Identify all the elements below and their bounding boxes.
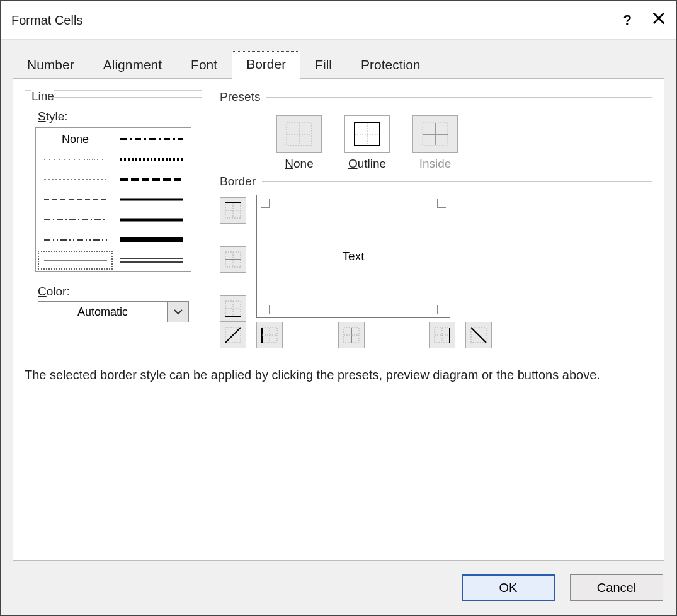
style-dotted-fine[interactable] (38, 150, 113, 169)
border-diagonal-down-button[interactable] (465, 322, 492, 348)
style-none[interactable]: None (38, 130, 113, 149)
help-button[interactable]: ? (623, 12, 632, 28)
tab-number[interactable]: Number (13, 52, 89, 79)
dialog-title: Format Cells (11, 13, 82, 28)
color-select[interactable]: Automatic (38, 301, 168, 322)
tab-strip: Number Alignment Font Border Fill Protec… (1, 40, 676, 79)
border-header: Border (220, 174, 652, 188)
preset-outline: Outline (344, 115, 390, 171)
line-group-label: Line (31, 89, 54, 103)
border-bottom-buttons (220, 322, 652, 348)
preview-text: Text (343, 249, 365, 263)
close-button[interactable] (652, 11, 666, 29)
border-tab-panel: Line Style: None (13, 78, 664, 561)
style-extra-thick[interactable] (114, 231, 189, 249)
style-thin[interactable] (38, 251, 113, 270)
border-side-buttons (220, 197, 246, 322)
corner-icon (437, 305, 446, 314)
color-dropdown-button[interactable] (168, 301, 189, 322)
line-group: Line Style: None (25, 90, 202, 348)
hint-text: The selected border style can be applied… (25, 366, 652, 384)
cancel-button[interactable]: Cancel (570, 574, 663, 601)
tab-font[interactable]: Font (176, 52, 232, 79)
border-vertical-middle-button[interactable] (338, 322, 365, 348)
color-value: Automatic (77, 305, 128, 319)
preset-inside-button[interactable] (412, 115, 458, 153)
svg-line-48 (471, 328, 486, 343)
preset-outline-button[interactable] (344, 115, 390, 153)
color-label: Color: (38, 285, 195, 299)
presets-row: None Outline (276, 115, 652, 171)
line-style-list[interactable]: None (35, 127, 191, 272)
style-dash-dot-heavy[interactable] (114, 130, 189, 149)
tab-border[interactable]: Border (232, 51, 300, 79)
style-dash-heavy[interactable] (114, 150, 189, 169)
style-dashed[interactable] (38, 190, 113, 209)
tab-alignment[interactable]: Alignment (89, 52, 176, 79)
border-group-label: Border (220, 174, 256, 188)
presets-group-label: Presets (220, 90, 260, 104)
titlebar-controls: ? (623, 11, 666, 29)
style-dash-dot-dot[interactable] (38, 231, 113, 249)
style-double[interactable] (114, 251, 189, 270)
border-diagonal-up-button[interactable] (220, 322, 246, 348)
border-area: Text (220, 195, 652, 322)
presets-header: Presets (220, 90, 652, 104)
titlebar: Format Cells ? (1, 1, 676, 39)
tab-protection[interactable]: Protection (346, 52, 435, 79)
corner-icon (261, 305, 270, 314)
border-top-button[interactable] (220, 197, 246, 224)
style-dotted[interactable] (38, 170, 113, 189)
border-bottom-button[interactable] (220, 295, 246, 322)
style-medium[interactable] (114, 190, 189, 209)
svg-line-35 (225, 328, 241, 343)
tab-fill[interactable]: Fill (300, 52, 346, 79)
style-thick[interactable] (114, 210, 189, 229)
style-label: Style: (38, 110, 195, 123)
preset-none: None (276, 115, 322, 171)
preset-none-label: None (285, 157, 313, 171)
border-right-button[interactable] (429, 322, 455, 348)
corner-icon (437, 199, 446, 208)
preset-inside: Inside (412, 115, 458, 171)
dialog-footer: OK Cancel (1, 564, 676, 615)
format-cells-dialog: Format Cells ? Number Alignment Font Bor… (0, 0, 677, 616)
border-horizontal-middle-button[interactable] (220, 246, 246, 273)
right-column: Presets None (220, 90, 652, 348)
border-left-button[interactable] (256, 322, 283, 348)
corner-icon (261, 199, 270, 208)
preset-inside-label: Inside (419, 157, 452, 171)
ok-button[interactable]: OK (462, 574, 555, 601)
svg-rect-10 (120, 237, 183, 242)
preset-outline-label: Outline (348, 157, 386, 171)
client-area: Number Alignment Font Border Fill Protec… (1, 39, 676, 615)
style-dash-dot[interactable] (38, 210, 113, 229)
border-preview[interactable]: Text (256, 195, 450, 318)
preset-none-button[interactable] (276, 115, 322, 153)
style-long-dash-heavy[interactable] (114, 170, 189, 189)
preview-column: Text (256, 195, 450, 322)
